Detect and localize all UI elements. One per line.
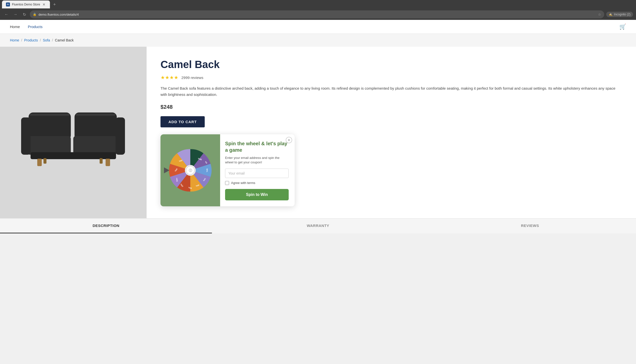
product-image-area [0,47,147,218]
incognito-icon: 🕵 [609,13,612,16]
svg-rect-12 [76,114,116,116]
incognito-label: Incognito (2) [614,13,630,16]
breadcrumb-sep-1: / [21,38,22,42]
svg-rect-4 [21,118,31,155]
svg-rect-10 [100,158,103,164]
spin-wheel: ⓘ %0E %5 50% 15% 25% 50% 25% GIFT %05 %5… [167,147,214,194]
tab-warranty[interactable]: WARRANTY [212,218,424,234]
browser-toolbar: ← → ↻ 🔒 demo.fluentos.com/details/4 ☆ 🕵 … [0,9,636,20]
bookmark-icon[interactable]: ☆ [598,12,601,16]
cart-button[interactable]: 🛒 [619,24,626,30]
breadcrumb-sep-2: / [40,38,41,42]
svg-rect-11 [30,114,70,116]
star-rating: ★★★★ [161,74,178,80]
incognito-button[interactable]: 🕵 Incognito (2) [606,12,633,17]
add-to-cart-button[interactable]: ADD TO CART [161,116,205,128]
breadcrumb-sofa[interactable]: Sofa [43,38,50,42]
svg-rect-8 [106,159,110,166]
product-detail-panel: Camel Back ★★★★ 2999 reviews The Camel B… [147,47,636,218]
tab-title: Fluentos Demo Store [12,3,40,6]
spin-popup-title: Spin the wheel & let's play a game [225,140,289,153]
svg-text:50%: 50% [206,168,208,172]
terms-row: Agree with terms [225,181,289,185]
spin-pointer [164,167,169,173]
terms-checkbox[interactable] [225,181,229,185]
browser-tab-bar: FI Fluentos Demo Store ✕ + [0,0,636,9]
product-tabs: DESCRIPTION WARRANTY REVIEWS [0,218,636,234]
svg-rect-9 [44,158,47,164]
svg-rect-7 [37,159,42,166]
spin-content: × Spin the wheel & let's play a game Ent… [220,134,295,206]
address-bar[interactable]: 🔒 demo.fluentos.com/details/4 ☆ [30,10,604,18]
refresh-button[interactable]: ↻ [21,11,28,18]
tab-reviews[interactable]: REVIEWS [424,218,636,234]
svg-rect-3 [73,136,117,155]
spin-popup: ⓘ %0E %5 50% 15% 25% 50% 25% GIFT %05 %5… [161,134,295,206]
rating-row: ★★★★ 2999 reviews [161,74,622,80]
svg-rect-0 [29,112,71,140]
new-tab-button[interactable]: + [51,1,58,8]
svg-rect-1 [75,112,117,140]
site-nav: Home Products 🛒 [0,20,636,34]
close-popup-button[interactable]: × [286,137,292,143]
svg-text:ⓘ: ⓘ [189,168,192,172]
breadcrumb-current: Camel Back [55,38,74,42]
breadcrumb-sep-3: / [52,38,53,42]
product-price: $248 [161,104,622,110]
breadcrumb-products[interactable]: Products [24,38,38,42]
nav-home[interactable]: Home [10,24,20,29]
main-content: Camel Back ★★★★ 2999 reviews The Camel B… [0,47,636,218]
email-input[interactable] [225,168,289,178]
svg-rect-2 [27,136,71,155]
nav-products[interactable]: Products [28,24,43,29]
sofa-svg [21,98,126,167]
svg-rect-5 [116,118,125,155]
breadcrumb: Home / Products / Sofa / Camel Back [0,34,636,47]
svg-text:GIFT: GIFT [176,178,178,182]
terms-label[interactable]: Agree with terms [231,181,255,185]
product-title: Camel Back [161,58,622,70]
spin-wheel-area: ⓘ %0E %5 50% 15% 25% 50% 25% GIFT %05 %5… [161,134,220,206]
breadcrumb-home[interactable]: Home [10,38,19,42]
product-image [21,92,126,172]
svg-rect-6 [31,152,116,159]
product-description: The Camel Back sofa features a distincti… [161,86,622,98]
spin-popup-subtitle: Enter your email address and spin the wh… [225,156,289,164]
forward-button[interactable]: → [12,11,19,18]
spin-to-win-button[interactable]: Spin to Win [225,189,289,200]
review-count: 2999 reviews [181,76,203,80]
back-button[interactable]: ← [3,11,10,18]
tab-close-button[interactable]: ✕ [42,2,46,6]
url-text: demo.fluentos.com/details/4 [39,13,596,16]
tab-favicon: FI [6,2,10,6]
tab-description[interactable]: DESCRIPTION [0,218,212,234]
website: Home Products 🛒 Home / Products / Sofa /… [0,20,636,234]
lock-icon: 🔒 [33,13,37,16]
browser-tab[interactable]: FI Fluentos Demo Store ✕ [2,0,50,8]
nav-links: Home Products [10,24,43,29]
